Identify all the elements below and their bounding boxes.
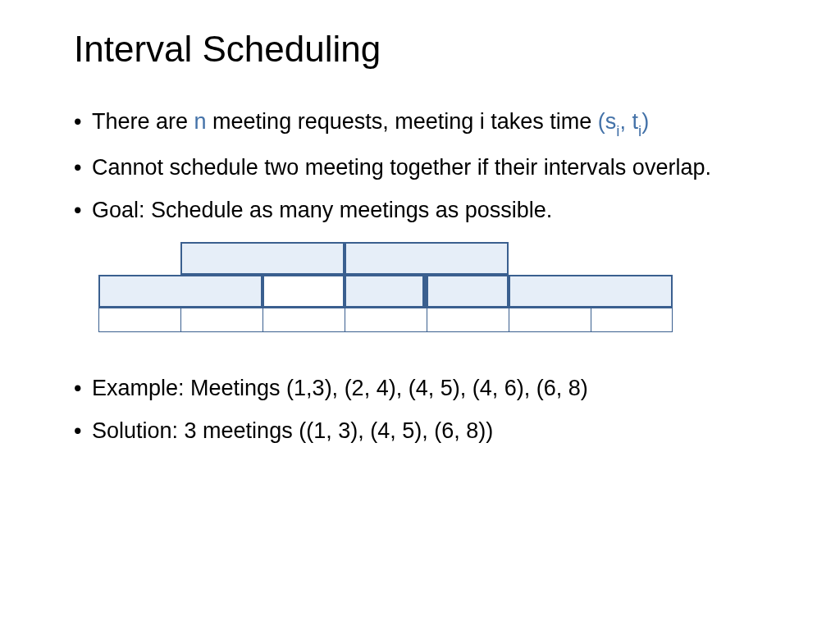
timeline-base	[98, 308, 673, 332]
interval-bar-mid	[345, 275, 427, 308]
text: There are	[92, 109, 194, 134]
interval-bar-top	[180, 242, 345, 275]
bullet-1: There are n meeting requests, meeting i …	[74, 107, 766, 139]
timeline-tick	[591, 308, 591, 332]
bullet-list-bottom: Example: Meetings (1,3), (2, 4), (4, 5),…	[74, 373, 766, 446]
timeline-tick	[345, 308, 345, 332]
bullet-3: Goal: Schedule as many meetings as possi…	[74, 195, 766, 225]
bullet-2: Cannot schedule two meeting together if …	[74, 153, 766, 182]
timeline-tick	[427, 308, 427, 332]
variable-n: n	[194, 109, 207, 134]
subscript: i	[616, 122, 619, 139]
slide-title: Interval Scheduling	[74, 29, 766, 70]
interval-bar-top	[345, 242, 509, 275]
subscript: i	[638, 122, 641, 139]
text: , t	[620, 109, 639, 134]
bullet-list: There are n meeting requests, meeting i …	[74, 107, 766, 226]
timeline-tick	[180, 308, 181, 332]
text: )	[641, 109, 649, 134]
bullet-5: Solution: 3 meetings ((1, 3), (4, 5), (6…	[74, 416, 766, 445]
text: meeting requests, meeting i takes time	[207, 109, 598, 134]
interval-notation: (si, ti)	[598, 109, 649, 134]
interval-bar-mid	[509, 275, 673, 308]
interval-bar-mid	[262, 275, 345, 308]
bullet-4: Example: Meetings (1,3), (2, 4), (4, 5),…	[74, 373, 766, 403]
text: (s	[598, 109, 617, 134]
interval-bar-mid	[427, 275, 509, 308]
timeline-tick	[262, 308, 263, 332]
interval-bar-mid	[98, 275, 262, 308]
interval-diagram	[98, 242, 742, 349]
timeline-tick	[509, 308, 509, 332]
